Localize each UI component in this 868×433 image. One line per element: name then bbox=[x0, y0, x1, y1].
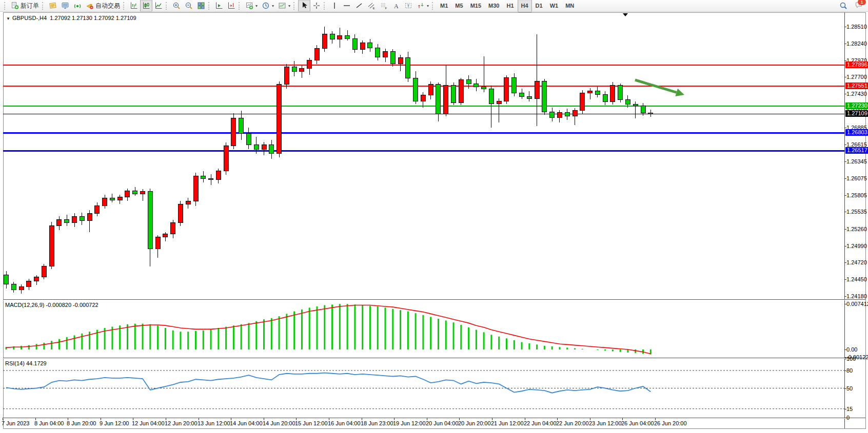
date-axis-label: 26 Jun 04:00 bbox=[621, 420, 654, 426]
macd-values: -0.000820 -0.000722 bbox=[46, 302, 98, 308]
chart-menu-icon[interactable]: ▼ bbox=[6, 16, 10, 21]
horizontal-level-lines[interactable] bbox=[3, 65, 844, 151]
price-axis-label: 1.24450 bbox=[846, 276, 867, 282]
price-axis-label: 1.25535 bbox=[846, 209, 867, 215]
price-line-badge: 1.27896 bbox=[845, 61, 868, 68]
price-axis-label: 1.26345 bbox=[846, 158, 867, 164]
chart-shift-marker-icon[interactable] bbox=[623, 13, 628, 16]
candlesticks bbox=[4, 27, 653, 294]
price-axis-label: 1.25805 bbox=[846, 192, 867, 198]
macd-axis-label: 0.007412 bbox=[846, 301, 868, 307]
rsi-axis-label: 15 bbox=[846, 406, 853, 412]
rsi-axis-label: 50 bbox=[846, 385, 853, 391]
date-axis-label: 22 Jun 20:00 bbox=[556, 420, 589, 426]
macd-label: MACD(12,26,9) -0.000820 -0.000722 bbox=[5, 302, 98, 308]
price-line-badge: 1.26803 bbox=[845, 129, 868, 136]
chart-frame bbox=[3, 12, 865, 428]
price-axis-label: 1.24990 bbox=[846, 243, 867, 249]
trading-terminal: 新订单自动交易▾▾▾EFAT▾M1M5M15M30H1H4D1W1MN1 ▼GB… bbox=[0, 0, 868, 433]
price-line-badge: 1.27109 bbox=[845, 110, 868, 117]
date-axis-label: 14 Jun 04:00 bbox=[230, 420, 263, 426]
date-axis-label: 8 Jun 04:00 bbox=[34, 420, 64, 426]
rsi-panel[interactable] bbox=[3, 370, 844, 409]
rsi-label: RSI(14) 44.1729 bbox=[5, 360, 47, 366]
date-axis-label: 12 Jun 04:00 bbox=[132, 420, 165, 426]
price-line-badge: 1.27230 bbox=[845, 102, 868, 109]
price-axis-label: 1.27700 bbox=[846, 74, 867, 80]
date-axis-label: 22 Jun 04:00 bbox=[524, 420, 557, 426]
price-axis-label: 1.27430 bbox=[846, 91, 867, 97]
chart-title: ▼GBPUSD-,H4 1.27092 1.27130 1.27092 1.27… bbox=[6, 15, 136, 21]
price-axis-label: 1.28510 bbox=[846, 24, 867, 30]
date-axis-label: 7 Jun 2023 bbox=[2, 420, 29, 426]
price-axis-label: 1.25260 bbox=[846, 226, 867, 232]
date-axis-label: 16 Jun 04:00 bbox=[328, 420, 361, 426]
date-axis-label: 19 Jun 12:00 bbox=[393, 420, 426, 426]
date-axis-label: 21 Jun 12:00 bbox=[491, 420, 524, 426]
rsi-axis-label: 100 bbox=[846, 356, 856, 362]
macd-axis-label: 0.00 bbox=[846, 346, 857, 353]
date-axis-label: 26 Jun 20:00 bbox=[654, 420, 687, 426]
date-axis-label: 20 Jun 20:00 bbox=[458, 420, 491, 426]
price-axis-label: 1.28240 bbox=[846, 40, 867, 47]
date-axis-label: 20 Jun 04:00 bbox=[426, 420, 459, 426]
date-axis-label: 23 Jun 12:00 bbox=[589, 420, 622, 426]
rsi-axis-label: 0 bbox=[846, 415, 850, 421]
price-axis-label: 1.24720 bbox=[846, 259, 867, 265]
down-arrow-annotation[interactable] bbox=[635, 80, 684, 96]
date-axis-label: 14 Jun 20:00 bbox=[263, 420, 295, 426]
date-axis-label: 9 Jun 12:00 bbox=[100, 420, 129, 426]
date-axis-label: 15 Jun 12:00 bbox=[295, 420, 328, 426]
date-axis-label: 8 Jun 20:00 bbox=[67, 420, 96, 426]
macd-panel[interactable] bbox=[6, 304, 650, 354]
date-axis-label: 18 Jun 23:00 bbox=[361, 420, 393, 426]
date-axis-label: 13 Jun 12:00 bbox=[198, 420, 230, 426]
date-axis-label: 12 Jun 20:00 bbox=[165, 420, 198, 426]
price-chart-plot[interactable] bbox=[0, 0, 868, 433]
chart-ohlc-values: 1.27092 1.27130 1.27092 1.27109 bbox=[50, 15, 136, 21]
price-axis-label: 1.24180 bbox=[846, 293, 867, 299]
rsi-value: 44.1729 bbox=[26, 360, 47, 366]
price-line-badge: 1.27551 bbox=[845, 83, 868, 89]
price-axis-label: 1.26075 bbox=[846, 175, 867, 181]
price-line-badge: 1.26517 bbox=[845, 147, 868, 154]
chart-symbol-period: GBPUSD-,H4 bbox=[12, 15, 47, 21]
rsi-axis-label: 80 bbox=[846, 367, 853, 374]
